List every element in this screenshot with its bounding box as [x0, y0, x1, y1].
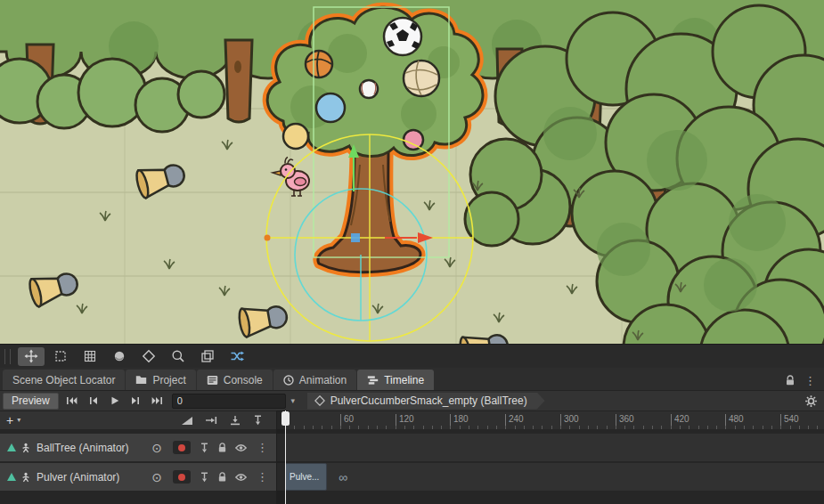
playhead-handle[interactable] — [281, 411, 290, 426]
animation-clip[interactable]: Pulve... — [285, 463, 327, 491]
track-menu-button[interactable]: ⋮ — [257, 471, 268, 483]
panel-menu-button[interactable]: ⋮ — [804, 375, 816, 386]
record-button[interactable] — [173, 470, 191, 484]
ruler-label: 120 — [396, 414, 414, 429]
next-frame-button[interactable] — [126, 393, 147, 410]
edit-mode-buttons — [181, 415, 276, 426]
clock-icon — [283, 375, 294, 386]
breadcrumb[interactable]: PulverCucumberSmack_empty (BallTree) — [307, 393, 545, 410]
track-lane[interactable] — [277, 463, 824, 491]
marquee-select-tool-button[interactable] — [47, 347, 74, 366]
paint-tool-button[interactable] — [135, 347, 162, 366]
timeline-ruler[interactable]: 60 120 180 240 300 360 420 480 540 — [277, 411, 824, 429]
frame-dropdown-caret[interactable]: ▾ — [286, 396, 300, 405]
ruler-label: 180 — [450, 414, 469, 429]
tab-project[interactable]: Project — [126, 370, 195, 390]
previous-frame-button[interactable] — [83, 393, 104, 410]
breadcrumb-label: PulverCucumberSmack_empty (BallTree) — [330, 394, 527, 407]
pin-icon[interactable] — [200, 472, 209, 483]
track-type-icon — [7, 473, 16, 481]
console-icon — [207, 375, 218, 386]
panel-tabbar: Scene Object Locator Project Console Ani… — [0, 368, 824, 390]
tab-label: Timeline — [384, 374, 424, 386]
panel-divider — [276, 411, 277, 504]
play-button[interactable] — [104, 393, 126, 410]
tab-label: Scene Object Locator — [12, 374, 115, 386]
toolbar-grip[interactable] — [4, 349, 11, 364]
ruler-label: 420 — [671, 414, 689, 429]
basketball — [306, 51, 332, 77]
track-header-pulver[interactable]: Pulver (Animator) ⊙ ⋮ — [0, 463, 276, 491]
timeline-icon — [367, 375, 379, 386]
tab-timeline[interactable]: Timeline — [357, 370, 434, 390]
replace-mode-button[interactable] — [229, 415, 241, 426]
scene-toolbar — [0, 344, 824, 368]
move-tool-button[interactable] — [18, 347, 45, 366]
transport-controls — [61, 393, 168, 410]
target-picker-icon[interactable]: ⊙ — [151, 442, 162, 454]
unity-editor-window: Scene Object Locator Project Console Ani… — [0, 0, 824, 504]
scene-view[interactable] — [0, 0, 824, 344]
track-lane[interactable] — [277, 434, 824, 461]
ruler-label: 60 — [340, 414, 354, 429]
eye-icon[interactable] — [235, 473, 247, 482]
lock-icon[interactable] — [785, 375, 795, 386]
shuffle-tool-button[interactable] — [224, 347, 250, 366]
ruler-label: 480 — [725, 414, 744, 429]
tab-animation[interactable]: Animation — [273, 370, 356, 390]
lock-icon[interactable] — [217, 443, 227, 453]
yellow-ball — [283, 124, 308, 149]
tab-label: Console — [224, 374, 263, 386]
sphere-tool-button[interactable] — [106, 347, 133, 366]
timeline-asset-icon — [314, 395, 325, 406]
tab-label: Animation — [299, 374, 347, 386]
timeline-toolbar: Preview ▾ PulverCucumberSmack_empty (Bal… — [0, 390, 824, 411]
animator-icon — [20, 443, 31, 453]
record-button[interactable] — [173, 441, 191, 454]
chevron-down-icon: ▾ — [17, 417, 20, 424]
track-list-header: + ▾ — [0, 411, 276, 429]
zoom-tool-button[interactable] — [165, 347, 192, 366]
frame-number-field[interactable] — [172, 394, 286, 409]
ruler-label: 240 — [505, 414, 524, 429]
track-header-balltree[interactable]: BallTree (Animator) ⊙ ⋮ — [0, 434, 276, 461]
ruler-label: 360 — [616, 414, 634, 429]
target-picker-icon[interactable]: ⊙ — [151, 471, 162, 484]
grid-tool-button[interactable] — [77, 347, 103, 366]
eye-icon[interactable] — [235, 443, 247, 452]
go-to-end-button[interactable] — [147, 393, 168, 410]
pink-ball — [404, 130, 423, 150]
ruler-label: 300 — [560, 414, 579, 429]
volleyball — [404, 61, 439, 96]
blue-ball — [316, 93, 345, 122]
ruler-label: 540 — [780, 414, 799, 429]
add-track-button[interactable]: + ▾ — [6, 414, 20, 427]
folder-icon — [135, 375, 147, 385]
track-menu-button[interactable]: ⋮ — [257, 442, 268, 453]
plus-icon: + — [6, 414, 13, 427]
track-name: BallTree (Animator) — [37, 442, 129, 454]
clip-label: Pulve... — [290, 472, 319, 482]
preview-toggle-button[interactable]: Preview — [3, 393, 59, 410]
animator-icon — [20, 472, 31, 483]
track-type-icon — [7, 443, 16, 451]
ripple-mode-button[interactable] — [205, 415, 217, 426]
pin-icon[interactable] — [200, 443, 209, 453]
infinite-clip-icon: ∞ — [339, 463, 347, 491]
go-to-start-button[interactable] — [61, 393, 83, 410]
tab-console[interactable]: Console — [197, 370, 273, 390]
gear-icon[interactable] — [804, 394, 818, 411]
mix-mode-button[interactable] — [181, 415, 193, 426]
tab-label: Project — [152, 374, 185, 386]
markers-toggle-button[interactable] — [253, 415, 263, 426]
stamp-tool-button[interactable] — [194, 347, 221, 366]
tab-scene-object-locator[interactable]: Scene Object Locator — [3, 370, 125, 390]
track-name: Pulver (Animator) — [37, 471, 119, 484]
lock-icon[interactable] — [217, 472, 227, 483]
